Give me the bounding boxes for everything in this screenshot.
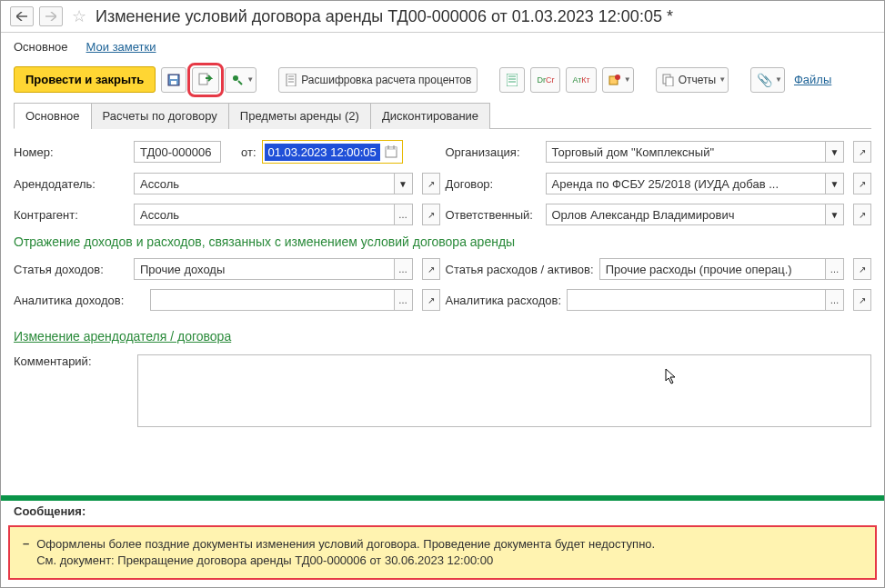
income-article-open-button[interactable]: ↗ <box>422 258 440 280</box>
change-lessor-link[interactable]: Изменение арендодателя / договора <box>14 329 231 344</box>
expense-analytics-field[interactable] <box>567 289 826 311</box>
nav-forward-button[interactable] <box>39 6 63 26</box>
label-number: Номер: <box>14 145 128 159</box>
label-counterparty: Контрагент: <box>14 208 128 222</box>
expense-article-field[interactable]: Прочие расходы (прочие операц.) <box>599 258 826 280</box>
responsible-dropdown-button[interactable]: ▼ <box>826 204 844 225</box>
income-analytics-more-button[interactable]: … <box>395 289 413 311</box>
counterparty-open-button[interactable]: ↗ <box>422 204 440 225</box>
nav-back-button[interactable] <box>10 6 34 26</box>
expense-analytics-open-button[interactable]: ↗ <box>853 289 871 311</box>
section-income-expense-title: Отражение доходов и расходов, связанных … <box>14 234 871 249</box>
counterparty-more-button[interactable]: … <box>395 204 413 225</box>
save-button[interactable] <box>161 67 186 93</box>
svg-rect-5 <box>287 74 296 86</box>
messages-header: Сообщения: <box>1 501 884 522</box>
files-link[interactable]: Файлы <box>794 73 831 86</box>
lessor-field[interactable]: Ассоль <box>134 173 395 194</box>
lessor-open-button[interactable]: ↗ <box>422 173 440 194</box>
chevron-down-icon: ▼ <box>246 75 254 84</box>
label-income-article: Статья доходов: <box>14 263 128 276</box>
tab-main[interactable]: Основное <box>14 103 92 129</box>
at-kt-button[interactable]: АтКт <box>566 67 596 93</box>
comment-field[interactable] <box>137 354 871 427</box>
label-org: Организация: <box>446 145 540 159</box>
svg-rect-18 <box>386 147 397 150</box>
more-dropdown-button[interactable]: ▼ <box>602 67 634 93</box>
message-text: Оформлены более поздние документы измене… <box>36 536 655 569</box>
label-contract: Договор: <box>446 177 540 191</box>
svg-point-4 <box>233 75 238 81</box>
lessor-dropdown-button[interactable]: ▼ <box>395 173 413 194</box>
reports-dropdown-button[interactable]: Отчеты ▼ <box>656 67 729 93</box>
label-income-analytics: Аналитика доходов: <box>14 294 145 307</box>
mode-dropdown-button[interactable]: ▼ <box>225 67 256 93</box>
label-expense-article: Статья расходов / активов: <box>446 263 594 276</box>
org-field[interactable]: Торговый дом "Комплексный" <box>546 141 827 163</box>
svg-rect-3 <box>199 74 207 85</box>
post-button[interactable] <box>192 67 219 93</box>
dr-cr-button[interactable]: DrCr <box>530 67 560 93</box>
label-comment: Комментарий: <box>14 354 128 427</box>
link-main[interactable]: Основное <box>14 40 68 54</box>
paperclip-icon: 📎 <box>757 73 772 87</box>
message-warning-box: – Оформлены более поздние документы изме… <box>8 525 877 580</box>
svg-rect-16 <box>666 77 673 86</box>
expense-article-more-button[interactable]: … <box>826 258 844 280</box>
contract-field[interactable]: Аренда по ФСБУ 25/2018 (ИУДА добав ... <box>546 173 827 194</box>
label-responsible: Ответственный: <box>446 208 540 222</box>
tab-calcs[interactable]: Расчеты по договору <box>91 103 229 129</box>
label-from: от: <box>241 145 256 159</box>
favorite-star-icon[interactable]: ☆ <box>72 6 86 26</box>
report-list-button[interactable] <box>499 67 525 93</box>
chevron-down-icon: ▼ <box>624 75 631 84</box>
calendar-button[interactable] <box>382 143 400 161</box>
date-field-wrap: 01.03.2023 12:00:05 <box>262 140 403 164</box>
org-dropdown-button[interactable]: ▼ <box>826 141 844 163</box>
date-field[interactable]: 01.03.2023 12:00:05 <box>265 144 380 161</box>
calc-button[interactable]: Расшифровка расчета процентов <box>278 67 478 93</box>
link-notes[interactable]: Мои заметки <box>86 40 156 54</box>
org-open-button[interactable]: ↗ <box>853 141 871 163</box>
tab-items[interactable]: Предметы аренды (2) <box>228 103 371 129</box>
post-and-close-button[interactable]: Провести и закрыть <box>14 66 156 93</box>
chevron-down-icon: ▼ <box>775 75 782 84</box>
svg-rect-1 <box>170 75 177 79</box>
contract-dropdown-button[interactable]: ▼ <box>826 173 844 194</box>
income-analytics-open-button[interactable]: ↗ <box>422 289 440 311</box>
calc-label: Расшифровка расчета процентов <box>301 74 471 86</box>
responsible-field[interactable]: Орлов Александр Владимирович <box>546 204 827 225</box>
income-article-field[interactable]: Прочие доходы <box>134 258 395 280</box>
attach-dropdown-button[interactable]: 📎 ▼ <box>750 67 785 93</box>
chevron-down-icon: ▼ <box>719 75 726 84</box>
svg-rect-9 <box>507 74 518 86</box>
svg-rect-2 <box>171 81 176 85</box>
reports-label: Отчеты <box>679 74 716 86</box>
tab-discount[interactable]: Дисконтирование <box>370 103 490 129</box>
label-expense-analytics: Аналитика расходов: <box>446 294 562 307</box>
income-analytics-field[interactable] <box>150 289 395 311</box>
page-title: Изменение условий договора аренды ТД00-0… <box>96 7 673 26</box>
expense-article-open-button[interactable]: ↗ <box>853 258 871 280</box>
number-field[interactable]: ТД00-000006 <box>134 141 221 163</box>
svg-point-14 <box>615 75 620 80</box>
label-lessor: Арендодатель: <box>14 177 128 191</box>
contract-open-button[interactable]: ↗ <box>853 173 871 194</box>
expense-analytics-more-button[interactable]: … <box>826 289 844 311</box>
income-article-more-button[interactable]: … <box>395 258 413 280</box>
dash-icon: – <box>23 536 29 569</box>
counterparty-field[interactable]: Ассоль <box>134 204 395 225</box>
responsible-open-button[interactable]: ↗ <box>853 204 871 225</box>
